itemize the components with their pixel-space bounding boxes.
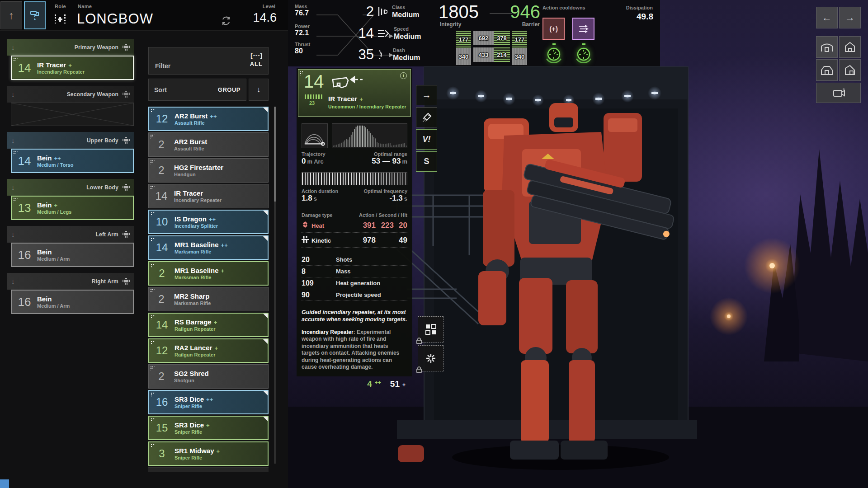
- equipment-list-item[interactable]: 12 AR2 Burst++ Assault Rifle: [148, 107, 269, 131]
- cooldown-slot-volley[interactable]: [572, 18, 594, 40]
- chevron-down-icon: ↓: [11, 277, 15, 285]
- slot-label: Secondary Weapon: [67, 91, 118, 98]
- slot-group-right-arm: ↓ Right Arm 16 Bein Medium / Arm: [7, 273, 134, 314]
- list-scrollbar[interactable]: [274, 107, 276, 464]
- slot-group-upper-body: ↓ Upper Body 14 Bein++ Medium / Torso: [7, 132, 134, 173]
- hangar-view-1-button[interactable]: [816, 36, 838, 58]
- range-histogram-chart: [332, 123, 407, 148]
- class-value: 2: [346, 4, 374, 20]
- equipment-list-item-partial[interactable]: [148, 467, 269, 472]
- slot-header-left-arm[interactable]: ↓ Left Arm: [7, 226, 134, 243]
- mech-part-icon: [122, 91, 130, 98]
- filter-control[interactable]: Filter [---] ALL: [148, 47, 269, 75]
- upgrade-counts: 4 ++ 51 +: [302, 379, 407, 389]
- damage-columns-header: Action / Second / Hit: [359, 212, 407, 218]
- right-arrow-icon: →: [422, 90, 431, 100]
- dissipation-label: Dissipation: [626, 5, 653, 10]
- scrollbar-thumb[interactable]: [274, 107, 276, 202]
- slot-header-lower-body[interactable]: ↓ Lower Body: [7, 179, 134, 196]
- slot-header-right-arm[interactable]: ↓ Right Arm: [7, 273, 134, 290]
- equipment-list-item[interactable]: 2 MR2 Sharp Marksman Rifle: [148, 287, 269, 311]
- chevron-down-icon: ↓: [11, 183, 15, 191]
- equipped-primary-weapon[interactable]: 14 IR Tracer+ Incendiary Repeater: [11, 56, 134, 80]
- paint-button[interactable]: [24, 1, 46, 29]
- grid-view-button[interactable]: [418, 316, 443, 343]
- hangar-view-4-button[interactable]: [839, 59, 861, 81]
- up-arrow-icon: ↑: [9, 9, 14, 22]
- free-camera-button[interactable]: [816, 83, 861, 103]
- empty-secondary-slot[interactable]: [11, 103, 134, 126]
- customize-button[interactable]: [416, 107, 437, 127]
- arm-left-bar: 177 340: [456, 31, 471, 65]
- item-name: SR1 Midway: [175, 447, 214, 455]
- item-subtitle: Assault Rifle: [175, 120, 217, 126]
- hangar-view-3-button[interactable]: [816, 59, 838, 81]
- left-panel: ↑ Role Name LONGBOW: [0, 0, 288, 488]
- equipment-list-item[interactable]: 2 SG2 Shred Shotgun: [148, 364, 269, 389]
- hangar-view-2-button[interactable]: [839, 36, 861, 58]
- equipped-right-arm[interactable]: 16 Bein Medium / Arm: [11, 290, 134, 314]
- equipped-upper-body[interactable]: 14 Bein++ Medium / Torso: [11, 149, 134, 173]
- kinetic-per-hit: 49: [394, 236, 407, 245]
- speed-value: 14: [346, 25, 374, 42]
- filter-label: Filter: [155, 62, 170, 70]
- equipment-list-item[interactable]: 14 MR1 Baseline++ Marksman Rifle: [148, 235, 269, 260]
- barrier-value: 946: [510, 2, 540, 22]
- stat-view-button[interactable]: V!: [416, 129, 437, 150]
- slot-label: Right Arm: [92, 278, 118, 285]
- notification-badge[interactable]: [0, 479, 9, 488]
- heat-per-hit: 20: [394, 221, 407, 230]
- equipment-list-item[interactable]: 15 SR3 Dice+ Sniper Rifle: [148, 416, 269, 440]
- stat-value: 90: [302, 291, 321, 299]
- equipped-left-arm[interactable]: 16 Bein Medium / Arm: [11, 243, 134, 267]
- sort-control[interactable]: Sort GROUP: [148, 79, 246, 101]
- item-name: RS Barrage: [175, 318, 212, 326]
- slot-header-upper-body[interactable]: ↓ Upper Body: [7, 132, 134, 149]
- item-subtitle: Handgun: [174, 172, 226, 178]
- equipment-list-item[interactable]: 2 AR2 Burst Assault Rifle: [148, 132, 269, 157]
- equipment-list-item[interactable]: 16 SR3 Dice++ Sniper Rifle: [148, 390, 269, 414]
- cooldown-slot-heat[interactable]: (+): [542, 18, 565, 40]
- equipment-list-item[interactable]: 2 MR1 Baseline+ Marksman Rifle: [148, 261, 269, 286]
- item-level: 2: [149, 164, 174, 177]
- back-button[interactable]: ↑: [0, 1, 22, 29]
- thrust-value: 80: [295, 47, 310, 55]
- detail-item-level: 14: [304, 71, 324, 92]
- slot-header-secondary-weapon[interactable]: ↓ Secondary Weapon: [7, 86, 134, 103]
- mass-label: Mass: [295, 4, 309, 9]
- equip-button[interactable]: →: [416, 85, 437, 105]
- equipped-lower-body[interactable]: 13 Bein+ Medium / Legs: [11, 196, 134, 220]
- item-subtitle: Sniper Rifle: [175, 455, 220, 461]
- chevron-down-icon: ↓: [11, 136, 15, 144]
- duration-label: Action duration: [302, 188, 338, 194]
- detail-item-name: IR Tracer+: [328, 95, 363, 103]
- class-icon: [377, 6, 387, 17]
- lock-icon: [416, 366, 422, 373]
- down-arrow-icon: ↓: [257, 85, 261, 94]
- detail-header: 14 23 i IR Tracer+ Uncommon / Incendiary…: [298, 69, 411, 117]
- top-stats-panel: Mass76.7 Power72.1 Thrust80 2 ClassMediu…: [288, 0, 660, 66]
- item-level: 2: [149, 293, 174, 305]
- equipment-list-item[interactable]: 14 IR Tracer Incendiary Repeater: [148, 184, 269, 208]
- equipment-list-item[interactable]: 10 IS Dragon++ Incendiary Splitter: [148, 210, 269, 234]
- systems-view-button[interactable]: S: [416, 151, 437, 172]
- prev-unit-button[interactable]: ←: [816, 7, 838, 28]
- item-rating: +: [359, 96, 363, 103]
- equipment-list-item[interactable]: 3 SR1 Midway+ Sniper Rifle: [148, 441, 269, 466]
- focus-view-button[interactable]: [418, 345, 443, 371]
- item-name: IR Tracer: [174, 189, 203, 197]
- info-icon[interactable]: i: [400, 72, 407, 79]
- next-unit-button[interactable]: →: [839, 7, 861, 28]
- class-rating: Medium: [392, 10, 419, 19]
- damage-type-header: Damage type: [302, 212, 332, 218]
- equipment-list-item[interactable]: 2 HG2 Firestarter Handgun: [148, 158, 269, 183]
- slot-header-primary-weapon[interactable]: ↓ Primary Weapon: [7, 39, 134, 56]
- unit-name[interactable]: LONGBOW: [77, 11, 153, 27]
- common-count: 51: [390, 379, 400, 389]
- equipment-list-item[interactable]: 14 RS Barrage+ Railgun Repeater: [148, 313, 269, 337]
- equipment-list-item[interactable]: 12 RA2 Lancer+ Railgun Repeater: [148, 338, 269, 363]
- detail-body: Trajectory 0m Arc Optimal range 53 — 93m…: [297, 118, 412, 389]
- role-icon[interactable]: [53, 14, 67, 24]
- sort-direction-button[interactable]: ↓: [249, 79, 269, 101]
- triple-arrow-icon: [578, 24, 589, 33]
